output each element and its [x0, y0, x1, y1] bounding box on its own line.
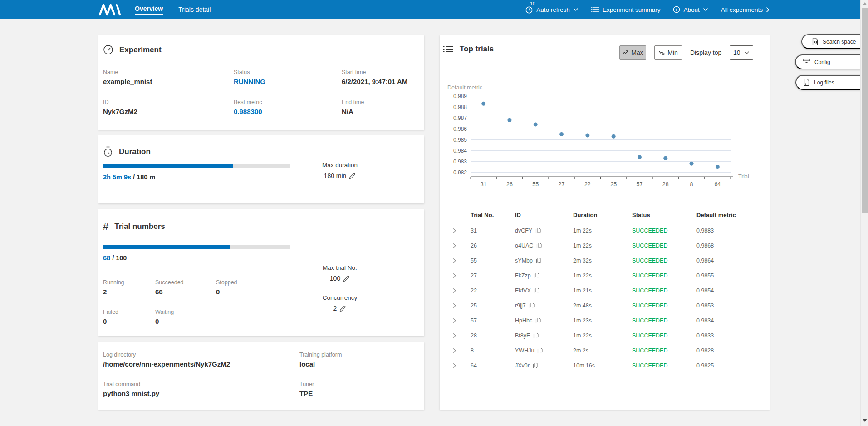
- cell-duration: 1m 22s: [573, 332, 632, 339]
- copy-icon[interactable]: [533, 332, 539, 339]
- copy-icon[interactable]: [537, 347, 543, 354]
- chevron-down-icon: [744, 51, 750, 54]
- field-best-metric: Best metric 0.988300: [234, 99, 262, 115]
- edit-pencil-icon[interactable]: [349, 173, 356, 179]
- y-tick-label: 0.982: [453, 169, 467, 176]
- cell-duration: 1m 22s: [573, 272, 632, 279]
- field-trial-command: Trial command python3 mnist.py: [103, 381, 159, 397]
- table-row[interactable]: 28Bt8yE1m 22sSUCCEEDED0.9833: [442, 328, 767, 343]
- chart-point[interactable]: [663, 156, 667, 160]
- chart-point[interactable]: [534, 122, 538, 126]
- table-row[interactable]: 22EkfVX1m 21sSUCCEEDED0.9854: [442, 283, 767, 298]
- scrollbar-up-arrow-icon[interactable]: [863, 2, 867, 5]
- scrollbar-down-arrow-icon[interactable]: [863, 419, 867, 422]
- cell-id: r9jj7: [515, 302, 573, 309]
- search-space-button[interactable]: Search space: [801, 34, 868, 49]
- table-row[interactable]: 27FkZzp1m 22sSUCCEEDED0.9855: [442, 268, 767, 283]
- main-nav: Overview Trials detail: [135, 0, 211, 19]
- config-button[interactable]: Config: [795, 54, 868, 69]
- expand-chevron-icon[interactable]: [452, 302, 456, 309]
- table-row[interactable]: 25r9jj72m 48sSUCCEEDED0.9853: [442, 298, 767, 313]
- cell-trial-no: 8: [471, 347, 515, 354]
- copy-icon[interactable]: [535, 317, 541, 324]
- copy-icon[interactable]: [533, 362, 538, 369]
- trial-numbers-panel-title: # Trial numbers: [103, 221, 165, 233]
- table-row[interactable]: 64JXv0r10m 16sSUCCEEDED0.9825: [442, 358, 767, 373]
- stat-running: Running 2: [103, 279, 124, 296]
- experiment-summary-label: Experiment summary: [603, 6, 661, 13]
- chart-point[interactable]: [585, 133, 589, 137]
- expand-chevron-icon[interactable]: [452, 272, 456, 279]
- chart-point[interactable]: [690, 162, 694, 166]
- cell-default-metric: 0.9834: [696, 317, 767, 324]
- experiment-summary-button[interactable]: Experiment summary: [591, 6, 661, 13]
- table-row[interactable]: 26o4UAC1m 22sSUCCEEDED0.9868: [442, 238, 767, 253]
- chart-point[interactable]: [638, 155, 642, 159]
- table-header-row: Trial No. ID Duration Status Default met…: [442, 207, 767, 223]
- expand-chevron-icon[interactable]: [452, 317, 456, 324]
- nav-tab-trials-detail[interactable]: Trials detail: [178, 6, 211, 13]
- table-row[interactable]: 8YWHJu2m 2sSUCCEEDED0.9828: [442, 343, 767, 358]
- max-trial-no-field: Max trial No. 100: [313, 264, 367, 282]
- trials-progress-bar: [103, 245, 290, 249]
- chart-point[interactable]: [507, 118, 511, 122]
- auto-refresh-label: Auto refresh: [536, 6, 570, 13]
- expand-chevron-icon[interactable]: [452, 243, 456, 249]
- stat-succeeded: Succeeded 66: [155, 279, 184, 296]
- stat-waiting: Waiting 0: [155, 309, 174, 325]
- auto-refresh-control[interactable]: 10 Auto refresh: [525, 5, 579, 14]
- cell-id: dvCFY: [515, 228, 573, 234]
- cell-id: o4UAC: [515, 243, 573, 249]
- copy-icon[interactable]: [529, 302, 535, 309]
- cell-default-metric: 0.9883: [696, 228, 767, 234]
- x-tick-label: 26: [506, 181, 513, 188]
- nav-tab-overview[interactable]: Overview: [135, 5, 163, 15]
- table-row[interactable]: 31dvCFY1m 22sSUCCEEDED0.9883: [442, 223, 767, 238]
- trial-numbers-panel: # Trial numbers 68 / 100 Running 2 Succe…: [98, 209, 424, 336]
- scrollbar-thumb[interactable]: [862, 8, 868, 213]
- chart-point[interactable]: [559, 132, 564, 136]
- minimize-metric-button[interactable]: Min: [654, 45, 682, 60]
- config-archive-icon: [803, 59, 810, 66]
- copy-icon[interactable]: [535, 228, 541, 234]
- cell-status: SUCCEEDED: [632, 243, 696, 249]
- expand-chevron-icon[interactable]: [452, 258, 456, 264]
- cell-trial-no: 55: [471, 258, 515, 264]
- expand-chevron-icon[interactable]: [452, 362, 456, 369]
- list-icon: [591, 6, 599, 13]
- table-row[interactable]: 57HpHbc1m 23sSUCCEEDED0.9834: [442, 313, 767, 328]
- chart-point[interactable]: [716, 165, 720, 169]
- expand-chevron-icon[interactable]: [452, 228, 456, 234]
- col-trial-no: Trial No.: [471, 212, 515, 218]
- expand-chevron-icon[interactable]: [452, 347, 456, 354]
- top-trials-chart-svg: Default metric0.9890.9880.9870.9860.9850…: [442, 78, 763, 195]
- y-tick-label: 0.985: [453, 137, 467, 143]
- page-scrollbar[interactable]: [860, 0, 868, 426]
- cell-status: SUCCEEDED: [632, 228, 696, 234]
- copy-icon[interactable]: [536, 258, 541, 264]
- x-tick-label: 25: [610, 181, 617, 188]
- expand-chevron-icon[interactable]: [452, 287, 456, 294]
- log-files-icon: [803, 79, 810, 86]
- cell-id: JXv0r: [515, 362, 573, 369]
- duration-progress-bar: [103, 164, 290, 168]
- nni-logo-icon[interactable]: [98, 3, 121, 18]
- log-files-button[interactable]: Log files: [795, 75, 868, 90]
- all-experiments-link[interactable]: All experiments: [721, 6, 770, 13]
- field-name: Name example_mnist: [103, 69, 152, 85]
- edit-pencil-icon[interactable]: [343, 275, 350, 282]
- experiment-info-panel: Log directory /home/core/nni-experiments…: [98, 342, 424, 410]
- about-menu[interactable]: About: [673, 6, 708, 13]
- chart-point[interactable]: [612, 134, 616, 139]
- cell-default-metric: 0.9833: [696, 332, 767, 339]
- chart-point[interactable]: [481, 102, 485, 106]
- edit-pencil-icon[interactable]: [339, 305, 346, 312]
- table-row[interactable]: 55sYMbp2m 32sSUCCEEDED0.9864: [442, 253, 767, 268]
- display-top-dropdown[interactable]: 10: [730, 45, 753, 60]
- col-status: Status: [632, 212, 696, 218]
- copy-icon[interactable]: [536, 243, 542, 249]
- copy-icon[interactable]: [534, 272, 539, 279]
- expand-chevron-icon[interactable]: [452, 332, 456, 339]
- maximize-metric-button[interactable]: Max: [619, 45, 646, 60]
- copy-icon[interactable]: [534, 287, 539, 294]
